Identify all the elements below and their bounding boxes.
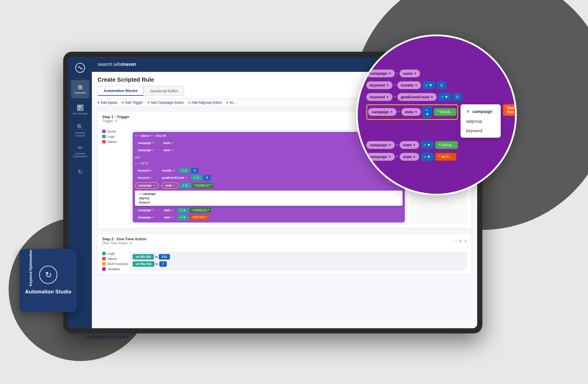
campaign-block-s3[interactable]: campaign ▼ [135, 215, 157, 220]
eq-op-1[interactable]: = ▼ [191, 175, 202, 181]
set-min-bid-block[interactable]: set Min Bid [133, 254, 154, 260]
state-block-3[interactable]: state ▼ [161, 215, 176, 220]
dropdown-adgroup[interactable]: adgroup [137, 196, 400, 200]
legend-values2: Values [102, 257, 128, 260]
zoom-enabled-str-2[interactable]: ❝ ENAB... [435, 141, 458, 149]
val-0-2[interactable]: 0 [203, 175, 211, 181]
eq-op-4[interactable]: = ▼ [177, 215, 189, 220]
campaign-state-block[interactable]: campaign ▼ [135, 182, 158, 189]
val-0[interactable]: 0 [191, 168, 199, 173]
eq-op-3[interactable]: = ▼ [177, 208, 189, 213]
zoom-keyword-block-1[interactable]: keyword ▼ [366, 81, 392, 89]
sidebar-ko-label: Keyword Optimization [71, 152, 89, 158]
zoom-installs-block[interactable]: installs ▼ [397, 81, 421, 89]
zoom-eq-op[interactable]: = ▼ [438, 93, 451, 101]
zoom-val-0-2[interactable]: 0 [453, 93, 462, 101]
step2-subtitle: One-Time Action ✏ [102, 241, 146, 245]
zoom-enabled-str[interactable]: ❝ ENAB... [434, 108, 457, 116]
zoom-eq-op-3[interactable]: = ▼ [421, 141, 434, 149]
zoom-eq-op-2[interactable]: = ▼ [423, 106, 432, 118]
campaign-block-s2[interactable]: campaign ▼ [135, 208, 157, 213]
and-connector: and [135, 156, 403, 159]
zoom-campaign-s2[interactable]: campaign ▼ [366, 141, 395, 149]
name-block-1[interactable]: name ▼ [160, 140, 177, 146]
zoom-circle: campaign ▼ · name ▼ keyword ▼ · installs… [356, 34, 517, 195]
zoom-active-str[interactable]: ❝ ACTI... [435, 153, 456, 161]
zoom-goal-block[interactable]: goalEventCount ▼ [397, 93, 437, 101]
zoom-name-block[interactable]: name ▼ [400, 70, 420, 77]
values-dot-2 [102, 257, 106, 260]
campaign-block-1[interactable]: campaign ▼ [135, 140, 157, 146]
dropdown-campaign[interactable]: campaign [137, 192, 400, 196]
zoom-content: campaign ▼ · name ▼ keyword ▼ · installs… [358, 36, 515, 194]
zoom-row-campaign-state: campaign ▼ · state ▼ = ▼ ❝ ENAB... [366, 104, 458, 120]
add-campaign-action-btn[interactable]: + Add Campaign Action [147, 101, 183, 105]
sidebar-item-automation[interactable]: ↻ [71, 163, 89, 181]
automation-studio-icon: ↻ [39, 266, 57, 284]
zoom-state-block[interactable]: state ▼ [401, 108, 421, 116]
overview-icon: ⊞ [78, 84, 83, 91]
gt-op[interactable]: > ▼ [179, 168, 190, 173]
legend-variables: Variables [102, 267, 128, 271]
add-adgroup-action-btn[interactable]: + Add Adgroup Action [188, 101, 222, 105]
campaign-row-2: campaign ▼ · name ▼ [135, 147, 403, 153]
step2-title: Step 2 : One-Time Action [102, 237, 146, 241]
campaign-block-2[interactable]: campaign ▼ [135, 147, 157, 153]
installs-block[interactable]: installs ▼ [159, 168, 178, 173]
set-max-bid-block[interactable]: set Max Bid [133, 261, 154, 267]
max-bid-val[interactable]: 7 [159, 261, 167, 267]
zoom-state-s2[interactable]: state ▼ [400, 141, 419, 149]
keyword-analysis-icon: 🔍 [77, 124, 84, 130]
sidebar-item-overview[interactable]: ⊞ Overview [71, 80, 89, 98]
zoom-campaign-s3[interactable]: campaign ▼ [366, 153, 395, 161]
state-block-2[interactable]: state ▼ [161, 208, 176, 213]
add-more-btn[interactable]: + Ac... [226, 101, 236, 105]
dropdown-keyword[interactable]: keyword [137, 200, 400, 205]
zoom-row-keyword-goal: keyword ▼ · goalEventCount ▼ = ▼ 0 [366, 93, 462, 101]
active-val[interactable]: ❝ ACTIVE ❞ [190, 215, 209, 220]
dropdown-item-campaign[interactable]: campaign [461, 107, 501, 116]
sidebar-item-ads-manager[interactable]: 📊 Ads Manager [71, 101, 89, 119]
dropdown-item-keyword[interactable]: keyword [461, 126, 501, 135]
automation-studio-title: Automation Studio [25, 289, 71, 295]
min-bid-val[interactable]: 0.01 [159, 254, 170, 260]
brand-name: search ads [98, 62, 122, 67]
step2-legend: Logic Values ASA Functions [102, 252, 128, 271]
keyword-block-2[interactable]: keyword ▼ [135, 175, 156, 181]
name-block-2[interactable]: name ▼ [160, 147, 177, 153]
state-block[interactable]: state ▼ [162, 182, 179, 189]
mini-dropdown[interactable]: campaign adgroup keyword [135, 191, 403, 206]
zoom-campaign-state-block[interactable]: campaign ▼ [368, 108, 396, 116]
automation-blocks-label: Automation Blocks [86, 334, 128, 339]
enabled-val-2[interactable]: ❝ ENABLED ❞ [190, 208, 211, 213]
keyword-block-1[interactable]: keyword ▼ [135, 168, 156, 173]
zoom-val-0[interactable]: 0 [437, 81, 446, 89]
zoom-keyword-block-2[interactable]: keyword ▼ [366, 93, 392, 101]
zoom-campaign-block[interactable]: campaign ▼ [366, 70, 395, 77]
test-run-button[interactable]: Test Run [503, 104, 517, 116]
tab-automation-blocks[interactable]: Automation Blocks [98, 86, 144, 96]
keyword-installs-row: keyword ▼ · installs ▼ > ▼ [135, 168, 403, 173]
zoom-eq-op-4[interactable]: = ▼ [421, 153, 434, 161]
enabled-val[interactable]: ❝ ENABLED ❞ [192, 183, 213, 188]
dropdown-item-adgroup[interactable]: adgroup [461, 116, 501, 126]
zoom-gt-op[interactable]: > ▼ [423, 81, 435, 89]
add-trigger-btn[interactable]: + Add Trigger [122, 101, 143, 105]
goal-event-block[interactable]: goalEventCount ▼ [159, 175, 190, 181]
step1-title: Step 1 : Trigger [102, 115, 129, 119]
eq-op-2[interactable]: = ▼ [180, 183, 191, 188]
add-inputs-btn[interactable]: + Add Inputs [98, 101, 117, 105]
zoom-dropdown[interactable]: campaign adgroup keyword [461, 104, 501, 138]
query-dot [102, 130, 106, 133]
tab-javascript-editor[interactable]: JavaScript Editor [144, 86, 184, 96]
zoom-row-keyword-installs: keyword ▼ · installs ▼ > ▼ 0 [366, 81, 446, 90]
zoom-state-s3[interactable]: state ▼ [400, 153, 419, 161]
keyword-optimization-icon: ✏ [78, 144, 83, 151]
keyword-goal-row: keyword ▼ · goalEventCount ▼ = ▼ [135, 175, 403, 181]
sidebar-item-keyword-analysis[interactable]: 🔍 Keyword Analysis [71, 121, 89, 140]
campaign-state-row-2: campaign ▼ · state ▼ = ▼ [135, 208, 403, 213]
sidebar-logo [74, 62, 86, 74]
automation-studio-card[interactable]: ↻ Automation Studio [20, 249, 77, 312]
sidebar-item-keyword-optimization[interactable]: ✏ Keyword Optimization [71, 142, 89, 160]
legend-logic2: Logic [102, 252, 128, 255]
